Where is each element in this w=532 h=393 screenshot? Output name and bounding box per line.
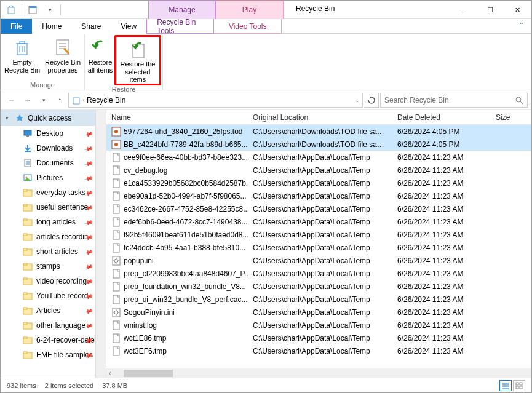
minimize-button[interactable]: ─	[448, 1, 476, 19]
file-row[interactable]: wct3EF6.tmpC:\Users\charl\AppData\Local\…	[106, 344, 531, 357]
scrollbar-thumb[interactable]	[124, 370, 173, 377]
tab-file[interactable]: File	[1, 19, 32, 34]
sidebar-item-articles[interactable]: Articles📌	[1, 303, 106, 318]
sidebar-item-stamps[interactable]: stamps📌	[1, 259, 106, 274]
qat-properties-icon[interactable]	[26, 3, 39, 17]
file-name: wct3EF6.tmp	[124, 347, 167, 355]
file-date-deleted: 6/26/2024 11:23 AM	[392, 153, 491, 162]
file-date-deleted: 6/26/2024 11:23 AM	[392, 192, 491, 200]
breadcrumb-dropdown-icon[interactable]: ⌄	[355, 97, 360, 103]
file-row[interactable]: SogouPinyin.iniC:\Users\charl\AppData\Lo…	[106, 306, 531, 319]
file-row[interactable]: BB_c4224bfd-7789-42fa-b89d-b665...C:\Use…	[106, 138, 531, 151]
file-name: prep_cf2209983bbc4faa848d4607_P...	[124, 269, 248, 278]
svg-rect-45	[113, 205, 119, 213]
view-details-button[interactable]	[499, 380, 512, 391]
file-row[interactable]: ec3462ce-2667-4752-85e8-42255c8...C:\Use…	[106, 202, 531, 215]
tab-recycle-bin-tools[interactable]: Recycle Bin Tools	[146, 19, 214, 34]
search-input[interactable]	[384, 96, 523, 105]
column-date-deleted[interactable]: Date Deleted⌃	[392, 113, 491, 122]
column-name[interactable]: Name	[106, 113, 248, 122]
sidebar-item-articles-recordin[interactable]: articles recordin📌	[1, 229, 106, 244]
file-row[interactable]: e1ca4533929b05682bc0b584d2587b...C:\User…	[106, 177, 531, 189]
view-large-icons-button[interactable]	[513, 380, 525, 391]
tab-view[interactable]: View	[111, 19, 146, 34]
restore-selected-items-button[interactable]: Restore the selected items	[114, 35, 161, 85]
tab-video-tools[interactable]: Video Tools	[214, 19, 282, 34]
file-name: cee9f0ee-66ea-40bb-bd37-b8ee323...	[124, 153, 248, 162]
nav-forward-button[interactable]: →	[20, 93, 35, 108]
search-box[interactable]	[380, 93, 528, 108]
quick-access-header[interactable]: Quick access	[1, 110, 106, 126]
close-button[interactable]: ✕	[504, 1, 531, 19]
file-row[interactable]: cee9f0ee-66ea-40bb-bd37-b8ee323...C:\Use…	[106, 151, 531, 164]
sidebar-item-6-24-recover-delet[interactable]: 6-24-recover-delet📌	[1, 333, 106, 347]
folder-icon	[23, 306, 33, 316]
sidebar-item-useful-sentence[interactable]: useful sentence📌	[1, 200, 106, 215]
file-row[interactable]: 5977264-uhd_3840_2160_25fps.todC:\Users\…	[106, 125, 531, 138]
file-list[interactable]: 5977264-uhd_3840_2160_25fps.todC:\Users\…	[106, 125, 531, 368]
file-row[interactable]: edef6bb6-0eed-4672-8cc7-1490438...C:\Use…	[106, 215, 531, 228]
breadcrumb[interactable]: › Recycle Bin ⌄	[68, 93, 363, 108]
sidebar-item-everyday-tasks[interactable]: everyday tasks📌	[1, 185, 106, 200]
tab-home[interactable]: Home	[32, 19, 71, 34]
file-original-location: C:\Users\charl\AppData\Local\Temp	[248, 192, 392, 200]
file-row[interactable]: f92b5f46091beaf611de51b0faed0d8...C:\Use…	[106, 228, 531, 241]
nav-history-dropdown[interactable]: ▾	[36, 93, 51, 108]
sidebar-item-label: Articles	[36, 306, 60, 315]
file-row[interactable]: cv_debug.logC:\Users\charl\AppData\Local…	[106, 164, 531, 177]
file-date-deleted: 6/26/2024 11:23 AM	[392, 256, 491, 265]
file-date-deleted: 6/26/2024 11:23 AM	[392, 334, 491, 343]
refresh-button[interactable]	[364, 93, 379, 108]
ribbon-collapse-button[interactable]: ˆ	[512, 19, 531, 34]
folder-icon	[23, 202, 33, 212]
recycle-bin-icon[interactable]	[4, 3, 18, 17]
svg-rect-34	[23, 337, 27, 339]
qat-dropdown-icon[interactable]: ▾	[43, 3, 57, 17]
tab-share[interactable]: Share	[71, 19, 111, 34]
file-name: edef6bb6-0eed-4672-8cc7-1490438...	[124, 218, 248, 226]
sidebar-item-other-language[interactable]: other language📌	[1, 318, 106, 333]
svg-rect-14	[23, 189, 27, 191]
column-size[interactable]: Size	[491, 113, 531, 122]
file-name: 5977264-uhd_3840_2160_25fps.tod	[124, 127, 243, 136]
search-icon[interactable]	[515, 96, 523, 105]
sidebar-item-youtube-record[interactable]: YouTube record📌	[1, 288, 106, 303]
sidebar-item-pictures[interactable]: Pictures📌	[1, 170, 106, 185]
sidebar-item-video-recording[interactable]: video recording📌	[1, 274, 106, 288]
context-tab-manage[interactable]: Manage	[148, 1, 216, 19]
breadcrumb-root-icon[interactable]: ›	[71, 95, 84, 105]
sidebar-item-desktop[interactable]: Desktop📌	[1, 126, 106, 141]
file-row[interactable]: wct1E86.tmpC:\Users\charl\AppData\Local\…	[106, 331, 531, 344]
file-row[interactable]: prep_foundation_win32_bundle_V8...C:\Use…	[106, 280, 531, 293]
svg-rect-62	[520, 386, 522, 389]
file-original-location: C:\Users\charl\AppData\Local\Temp	[248, 166, 392, 175]
sidebar-item-long-articles[interactable]: long articles📌	[1, 215, 106, 229]
file-name: ec3462ce-2667-4752-85e8-42255c8...	[124, 205, 248, 213]
file-row[interactable]: prep_ui_win32_bundle_V8_perf.cac...C:\Us…	[106, 293, 531, 306]
horizontal-scrollbar[interactable]: ‹	[106, 368, 531, 378]
sidebar-item-documents[interactable]: Documents📌	[1, 156, 106, 170]
file-row[interactable]: ebe90a1d-52b0-4994-ab7f-5f98065...C:\Use…	[106, 189, 531, 202]
pin-icon: 📌	[84, 158, 93, 168]
sidebar-item-emf-file-samples[interactable]: EMF file samples📌	[1, 347, 106, 362]
navigation-pane[interactable]: Quick access Desktop📌Downloads📌Documents…	[1, 110, 106, 378]
context-tab-play[interactable]: Play	[216, 1, 284, 19]
file-row[interactable]: vminst.logC:\Users\charl\AppData\Local\T…	[106, 319, 531, 331]
nav-up-button[interactable]: ↑	[52, 93, 67, 108]
column-original-location[interactable]: Original Location	[248, 113, 392, 122]
recycle-bin-properties-button[interactable]: Recycle Bin properties	[42, 35, 83, 81]
svg-rect-20	[23, 234, 27, 236]
file-row[interactable]: prep_cf2209983bbc4faa848d4607_P...C:\Use…	[106, 267, 531, 280]
file-original-location: C:\Users\charl\AppData\Local\Temp	[248, 282, 392, 291]
sidebar-item-short-articles[interactable]: short articles📌	[1, 244, 106, 259]
column-headers[interactable]: Name Original Location Date Deleted⌃ Siz…	[106, 110, 531, 125]
breadcrumb-recycle-bin[interactable]: Recycle Bin	[87, 96, 125, 105]
restore-all-items-button[interactable]: Restore all items	[86, 35, 114, 85]
folder-icon	[23, 188, 33, 197]
empty-recycle-bin-button[interactable]: Empty Recycle Bin	[2, 35, 42, 81]
sidebar-item-downloads[interactable]: Downloads📌	[1, 141, 106, 156]
file-row[interactable]: popup.iniC:\Users\charl\AppData\Local\Te…	[106, 254, 531, 267]
file-row[interactable]: fc24ddcb-4b95-4aa1-b388-bfe5810...C:\Use…	[106, 241, 531, 254]
nav-back-button[interactable]: ←	[4, 93, 19, 108]
maximize-button[interactable]: ☐	[476, 1, 504, 19]
